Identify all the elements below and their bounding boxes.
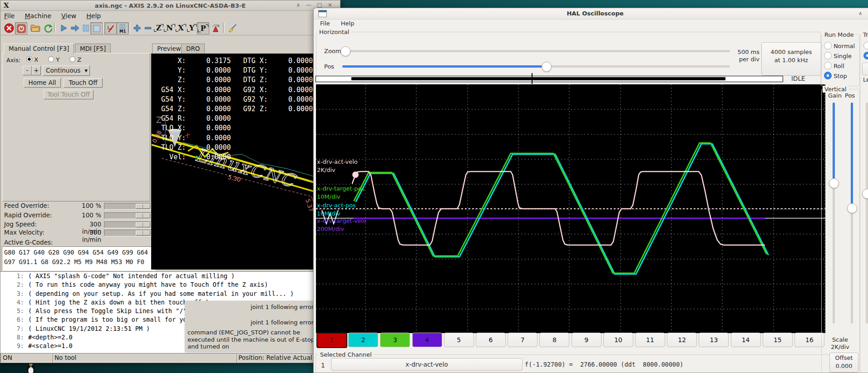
menu-view[interactable]: View	[61, 12, 76, 20]
gain-slider[interactable]	[833, 103, 835, 324]
tab-manual-control[interactable]: Manual Control [F3]	[4, 44, 74, 54]
shade-button[interactable]: ∧	[294, 2, 303, 8]
open-file-icon[interactable]	[30, 22, 41, 34]
jog-increment-dropdown[interactable]: Continuous ▾	[43, 65, 90, 76]
zoom-out-icon[interactable]	[142, 22, 153, 34]
channel-button-10[interactable]: 10	[603, 333, 633, 347]
menu-machine[interactable]: Machine	[25, 12, 51, 20]
offset-button[interactable]: Offset0.000	[829, 353, 858, 373]
tux-penguin	[19, 363, 43, 373]
override-slider-handle[interactable]	[136, 204, 150, 209]
stop-icon[interactable]	[90, 22, 103, 34]
override-slider[interactable]	[104, 212, 151, 219]
tab-mdi[interactable]: MDI [F5]	[75, 44, 111, 54]
channel-button-4[interactable]: 4	[412, 333, 442, 347]
channel-button-15[interactable]: 15	[763, 333, 793, 347]
zoom-in-icon[interactable]	[131, 22, 143, 34]
view-y-icon[interactable]: Y	[186, 22, 197, 34]
toggle-skip-lines-icon[interactable]	[104, 22, 117, 34]
channel-button-2[interactable]: 2	[348, 333, 378, 347]
gain-slider-knob[interactable]	[829, 178, 839, 188]
zoom-slider[interactable]	[342, 50, 730, 52]
shade-arrow-icon[interactable]: ∧	[858, 10, 862, 16]
gcode-line[interactable]: 2:( To run this code anyway you might ha…	[0, 280, 340, 289]
channel-button-9[interactable]: 9	[572, 333, 602, 347]
run-mode-label: Run Mode	[823, 31, 855, 38]
run-mode-roll[interactable]: Roll	[824, 62, 844, 69]
channel-button-6[interactable]: 6	[476, 333, 506, 347]
channel-button-12[interactable]: 12	[667, 333, 697, 347]
axis-radio-x[interactable]: X	[26, 56, 38, 63]
gain-label: Gain	[828, 92, 842, 99]
channel-button-16[interactable]: 16	[794, 333, 824, 347]
scope-menu-file[interactable]: File	[320, 20, 330, 28]
override-slider[interactable]	[104, 230, 151, 236]
override-slider-handle[interactable]	[136, 222, 150, 227]
jog-plus-button[interactable]: +	[32, 66, 41, 75]
channel-button-7[interactable]: 7	[508, 333, 538, 347]
home-all-button[interactable]: Home All	[24, 78, 61, 88]
menu-help[interactable]: Help	[86, 12, 101, 20]
reload-icon[interactable]	[42, 22, 54, 34]
vpos-slider-knob[interactable]	[847, 203, 857, 213]
override-slider[interactable]	[104, 203, 151, 210]
trigger-radio-1[interactable]	[863, 42, 868, 49]
channel-source-button[interactable]: x-drv-act-velo	[331, 358, 523, 371]
touch-off-button[interactable]: Touch Off	[64, 78, 103, 88]
axis-radio-y[interactable]: Y	[48, 56, 59, 63]
view-n-icon[interactable]: N	[164, 22, 175, 34]
override-slider-handle[interactable]	[136, 231, 150, 236]
channel-button-11[interactable]: 11	[635, 333, 665, 347]
run-mode-normal[interactable]: Normal	[824, 42, 855, 49]
channel-button-3[interactable]: 3	[380, 333, 410, 347]
gcode-line[interactable]: 1:( AXIS "splash G-code" Not intended fo…	[0, 272, 340, 280]
view-z-icon[interactable]: Z	[153, 22, 164, 34]
gcode-line[interactable]: 3:( depending on your setup. As if you h…	[0, 290, 340, 298]
rotate-view-icon[interactable]	[210, 22, 221, 34]
pause-icon[interactable]	[80, 22, 91, 34]
samples-button[interactable]: 4000 samplesat 1.00 kHz	[761, 42, 821, 76]
zoom-slider-knob[interactable]	[340, 46, 350, 56]
machine-power-icon[interactable]	[15, 22, 27, 34]
override-slider-handle[interactable]	[136, 213, 150, 218]
scope-screen[interactable]: x-drv-act-velo2K/divx-drv-target-pos10M/…	[316, 84, 825, 333]
view-p-icon[interactable]: P	[197, 22, 209, 34]
axis-radio-z[interactable]: Z	[69, 56, 81, 63]
channel-button-5[interactable]: 5	[444, 333, 474, 347]
maximize-button[interactable]: □	[315, 2, 324, 8]
run-mode-single[interactable]: Single	[824, 52, 852, 59]
override-slider[interactable]	[104, 221, 151, 228]
run-program-icon[interactable]	[58, 22, 69, 34]
tool-touch-off-button[interactable]: Tool Touch Off	[44, 90, 94, 99]
channel-button-13[interactable]: 13	[699, 333, 729, 347]
scope-menu-help[interactable]: Help	[341, 20, 355, 28]
estop-icon[interactable]	[3, 22, 15, 34]
channel-button-1[interactable]: 1	[316, 333, 347, 348]
notification-panel[interactable]: joint 1 following error joint 1 followin…	[185, 301, 318, 352]
channel-button-8[interactable]: 8	[539, 333, 569, 347]
run-mode-stop[interactable]: Stop	[824, 72, 847, 79]
view-x-icon[interactable]: X	[175, 22, 187, 34]
pos-slider-knob[interactable]	[542, 62, 552, 72]
axis-toolbar: M1ZNXYP	[0, 21, 340, 35]
channel-button-14[interactable]: 14	[731, 333, 761, 347]
vpos-slider[interactable]	[851, 103, 853, 324]
jog-minus-button[interactable]: -	[23, 66, 32, 75]
step-icon[interactable]	[69, 22, 80, 34]
close-button[interactable]: ✕	[326, 2, 335, 8]
menu-file[interactable]: File	[4, 12, 15, 20]
trigger-source-button[interactable]	[862, 63, 868, 75]
pos-slider[interactable]	[342, 65, 730, 68]
minimize-button[interactable]: —	[304, 2, 313, 8]
clear-plot-icon[interactable]	[227, 22, 238, 34]
optional-stop-m1-icon[interactable]: M1	[116, 22, 128, 34]
trigger-level-slider[interactable]	[866, 103, 868, 324]
override-label: Feed Override:	[4, 202, 49, 209]
tab-dro[interactable]: DRO	[181, 44, 205, 54]
trigger-radio-2[interactable]	[863, 52, 868, 59]
override-value: 100 %	[69, 202, 101, 209]
scope-titlebar[interactable]: HAL Oscilloscope ∧	[314, 8, 868, 20]
axis-titlebar[interactable]: X axis.ngc - AXIS 2.9.2 on LinuxCNC-ASDA…	[0, 0, 340, 11]
preview-canvas[interactable]: LinuxCNC 5.30 5.37 0.88 X: 0.3175 DTG X:…	[151, 54, 316, 270]
trace-name-label: x-drv-act-velo	[317, 158, 358, 165]
